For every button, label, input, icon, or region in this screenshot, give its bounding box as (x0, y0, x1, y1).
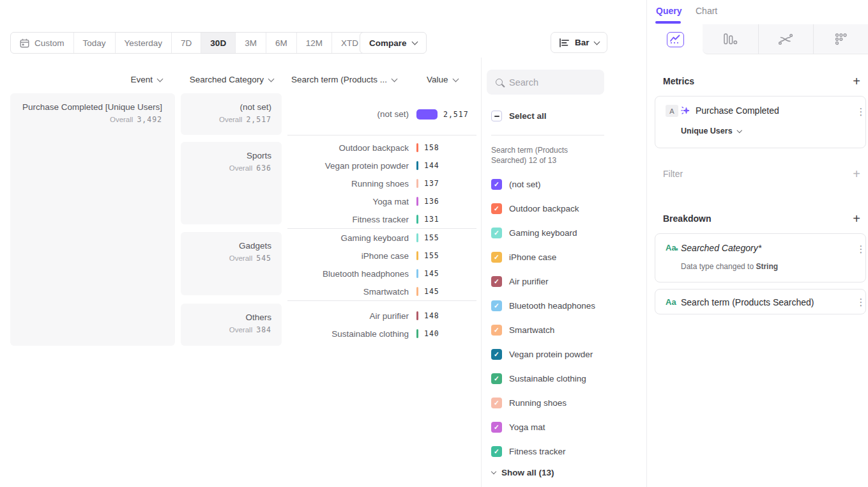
legend-item[interactable]: ✓Outdoor backpack (482, 196, 647, 220)
value-bar (416, 269, 418, 278)
column-header-term[interactable]: Search term (Products ... (291, 75, 397, 84)
term-row[interactable]: (not set) 2,517 (287, 93, 476, 135)
breakdown-card-searched-category[interactable]: Aa* Searched Category* ⋮ Data type chang… (655, 233, 866, 282)
term-row[interactable]: iPhone case 155 (287, 247, 476, 265)
add-metric-button[interactable]: + (850, 75, 863, 88)
report-tab-insights[interactable] (648, 24, 703, 54)
date-range-today[interactable]: Today (74, 33, 116, 53)
date-range-custom[interactable]: Custom (11, 33, 74, 53)
flows-icon (778, 33, 793, 45)
checkbox-checked[interactable]: ✓ (491, 422, 502, 433)
legend-item[interactable]: ✓Gaming keyboard (482, 220, 647, 245)
legend-item[interactable]: ✓Sustainable clothing (482, 366, 647, 390)
column-header-category[interactable]: Searched Category (181, 75, 273, 84)
term-row[interactable]: Sustainable clothing 140 (287, 325, 476, 343)
add-filter-button[interactable]: + (850, 168, 863, 181)
date-range-7d[interactable]: 7D (172, 33, 201, 53)
breakdown-note: Data type changed to String (681, 262, 778, 271)
term-row[interactable]: Gaming keyboard 155 (287, 229, 476, 247)
tab-chart[interactable]: Chart (696, 6, 717, 16)
chart-type-selector[interactable]: Bar (551, 32, 607, 53)
legend-item[interactable]: ✓iPhone case (482, 245, 647, 269)
term-row[interactable]: Outdoor backpack 158 (287, 139, 476, 157)
tab-query[interactable]: Query (656, 6, 681, 16)
breakdown-options-kebab[interactable]: ⋮ (855, 242, 867, 257)
report-tab-retention[interactable] (813, 24, 868, 54)
breakdown-card-search-term[interactable]: Aa Search term (Products Searched) ⋮ (655, 289, 866, 314)
legend-search[interactable] (487, 70, 604, 95)
breakdown-heading: Breakdown (663, 213, 711, 224)
value-bar (416, 179, 418, 188)
date-range-30d[interactable]: 30D (201, 33, 236, 53)
legend-item[interactable]: ✓Yoga mat (482, 415, 647, 439)
checkbox-checked[interactable]: ✓ (491, 203, 502, 214)
report-tab-flows[interactable] (758, 24, 813, 54)
value-bar (416, 233, 418, 242)
legend-item[interactable]: ✓(not set) (482, 172, 647, 196)
query-panel: Query Chart Metrics + A Purch (646, 0, 868, 487)
term-row[interactable]: Fitness tracker 131 (287, 210, 476, 228)
column-header-event[interactable]: Event (10, 75, 162, 84)
select-all[interactable]: Select all (491, 111, 547, 121)
checkbox-checked[interactable]: ✓ (491, 349, 502, 360)
legend-item[interactable]: ✓Running shoes (482, 390, 647, 415)
measure-selector[interactable]: Unique Users (681, 127, 741, 135)
checkbox-checked[interactable]: ✓ (491, 325, 502, 336)
legend-divider (491, 135, 604, 135)
date-range-6m[interactable]: 6M (266, 33, 297, 53)
legend-item[interactable]: ✓Fitness tracker (482, 439, 647, 463)
term-row[interactable]: Bluetooth headphones 145 (287, 265, 476, 282)
report-tab-funnels[interactable] (703, 24, 758, 54)
checkbox-checked[interactable]: ✓ (491, 373, 502, 384)
checkbox-checked[interactable]: ✓ (491, 446, 502, 457)
checkbox-checked[interactable]: ✓ (491, 276, 502, 287)
date-range-3m[interactable]: 3M (236, 33, 266, 53)
legend-item[interactable]: ✓Vegan protein powder (482, 342, 647, 366)
category-cell-sports[interactable]: Sports Overall636 (181, 142, 282, 224)
show-all-toggle[interactable]: Show all (13) (492, 468, 554, 477)
category-cell-gadgets[interactable]: Gadgets Overall545 (181, 232, 282, 295)
chevron-down-icon (491, 468, 496, 474)
term-row[interactable]: Yoga mat 136 (287, 192, 476, 210)
event-overall: Overall3,492 (10, 115, 162, 124)
compare-button[interactable]: Compare (360, 32, 427, 54)
event-cell[interactable]: Purchase Completed [Unique Users] Overal… (10, 93, 175, 346)
checkbox-checked[interactable]: ✓ (491, 252, 502, 263)
select-all-checkbox[interactable] (491, 111, 502, 121)
add-breakdown-button[interactable]: + (850, 213, 863, 226)
metrics-heading: Metrics (663, 76, 694, 86)
term-row[interactable]: Smartwatch 145 (287, 282, 476, 300)
date-range-yesterday[interactable]: Yesterday (116, 33, 172, 53)
term-row[interactable]: Air purifier 148 (287, 307, 476, 325)
checkbox-checked[interactable]: ✓ (491, 179, 502, 190)
term-row[interactable]: Running shoes 137 (287, 174, 476, 192)
filter-heading: Filter (663, 169, 683, 179)
checkbox-checked[interactable]: ✓ (491, 300, 502, 311)
search-input[interactable] (509, 77, 592, 88)
legend-item[interactable]: ✓Smartwatch (482, 318, 647, 342)
value-bar (416, 329, 418, 338)
column-header-value[interactable]: Value (427, 75, 458, 84)
string-property-icon: Aa* (666, 243, 678, 254)
legend-list: ✓(not set) ✓Outdoor backpack ✓Gaming key… (482, 172, 647, 463)
legend-item[interactable]: ✓Air purifier (482, 269, 647, 293)
chevron-down-icon (268, 75, 275, 82)
bar-chart-icon (559, 38, 570, 47)
value-bar (416, 215, 418, 224)
date-range-12m[interactable]: 12M (297, 33, 332, 53)
category-cell-not-set[interactable]: (not set) Overall2,517 (181, 93, 282, 135)
category-cell-others[interactable]: Others Overall384 (181, 304, 282, 346)
legend-item[interactable]: ✓Bluetooth headphones (482, 293, 647, 318)
string-property-icon: Aa (666, 297, 676, 307)
event-name: Purchase Completed [Unique Users] (10, 102, 162, 113)
breakdown-options-kebab[interactable]: ⋮ (855, 295, 867, 310)
series-badge: A (666, 105, 678, 117)
metric-options-kebab[interactable]: ⋮ (855, 104, 867, 120)
metric-card[interactable]: A Purchase Completed ⋮ Unique Users (655, 96, 866, 148)
value-bar (416, 109, 438, 120)
checkbox-checked[interactable]: ✓ (491, 398, 502, 408)
term-row[interactable]: Vegan protein powder 144 (287, 157, 476, 174)
calendar-icon (20, 38, 29, 48)
checkbox-checked[interactable]: ✓ (491, 228, 502, 238)
retention-icon (834, 33, 848, 45)
